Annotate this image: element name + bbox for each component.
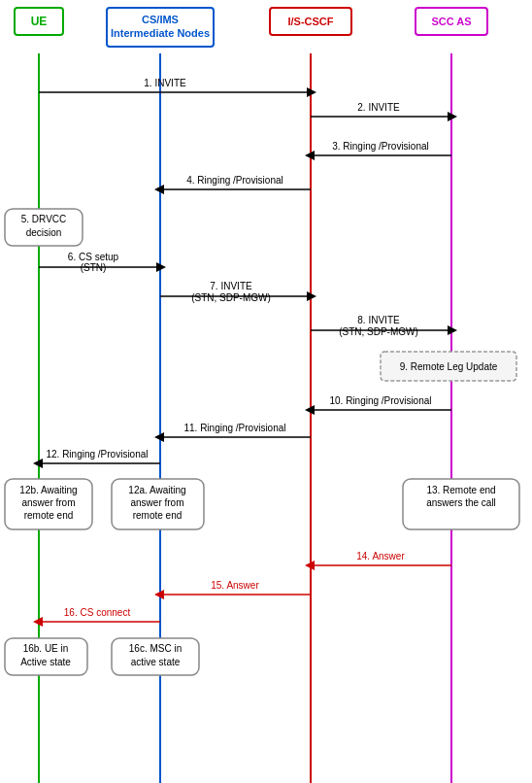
svg-text:9. Remote Leg Update: 9. Remote Leg Update [400, 361, 498, 372]
svg-rect-59 [403, 479, 519, 529]
svg-rect-71 [5, 638, 87, 675]
svg-text:answer from: answer from [21, 497, 75, 508]
svg-marker-20 [305, 151, 315, 160]
svg-marker-63 [305, 561, 315, 570]
svg-rect-6 [107, 8, 214, 47]
svg-marker-69 [33, 617, 43, 627]
svg-text:16c. MSC in: 16c. MSC in [129, 643, 182, 654]
svg-text:16b. UE in: 16b. UE in [23, 643, 69, 654]
svg-text:(STN, SDP-MGW): (STN, SDP-MGW) [339, 326, 418, 337]
svg-text:8. INVITE: 8. INVITE [357, 315, 400, 325]
svg-text:Active state: Active state [20, 657, 71, 667]
svg-rect-25 [5, 209, 83, 246]
svg-text:SCC AS: SCC AS [431, 16, 471, 27]
svg-text:remote end: remote end [133, 510, 183, 521]
svg-text:12. Ringing /Provisional: 12. Ringing /Provisional [46, 449, 148, 460]
svg-text:decision: decision [26, 227, 62, 238]
svg-text:(STN, SDP-MGW): (STN, SDP-MGW) [191, 292, 271, 303]
svg-text:I/S-CSCF: I/S-CSCF [287, 16, 333, 27]
svg-text:5. DRVCC: 5. DRVCC [21, 214, 67, 224]
svg-rect-55 [112, 479, 204, 529]
svg-text:Intermediate Nodes: Intermediate Nodes [111, 27, 210, 39]
svg-rect-74 [112, 638, 199, 675]
svg-marker-33 [307, 291, 316, 301]
svg-text:2. INVITE: 2. INVITE [357, 102, 400, 113]
svg-marker-49 [33, 459, 43, 468]
svg-text:CS/IMS: CS/IMS [142, 14, 179, 25]
svg-rect-40 [381, 352, 516, 381]
svg-rect-51 [5, 479, 92, 529]
svg-marker-14 [307, 87, 316, 97]
svg-marker-46 [154, 432, 164, 442]
svg-text:answer from: answer from [130, 497, 183, 508]
svg-marker-23 [154, 185, 164, 194]
svg-text:14. Answer: 14. Answer [356, 551, 405, 562]
svg-rect-9 [270, 8, 351, 35]
svg-marker-66 [154, 590, 164, 599]
svg-marker-17 [448, 112, 457, 121]
svg-text:12b. Awaiting: 12b. Awaiting [19, 485, 77, 495]
sequence-diagram: UE CS/IMS Intermediate Nodes I/S-CSCF SC… [0, 0, 532, 783]
svg-text:15. Answer: 15. Answer [211, 580, 259, 591]
svg-text:10. Ringing /Provisional: 10. Ringing /Provisional [329, 395, 431, 406]
svg-marker-29 [156, 262, 166, 272]
svg-text:answers the call: answers the call [426, 497, 496, 508]
svg-rect-4 [15, 8, 63, 35]
svg-text:remote end: remote end [24, 510, 74, 521]
svg-text:11. Ringing /Provisional: 11. Ringing /Provisional [183, 423, 285, 433]
svg-text:13. Remote end: 13. Remote end [426, 485, 495, 495]
svg-marker-43 [305, 405, 315, 415]
svg-text:active state: active state [131, 657, 181, 667]
svg-rect-11 [416, 8, 487, 35]
svg-text:16. CS connect: 16. CS connect [64, 607, 131, 618]
svg-text:6. CS setup: 6. CS setup [68, 252, 119, 262]
svg-marker-37 [448, 325, 457, 335]
svg-text:4. Ringing /Provisional: 4. Ringing /Provisional [186, 175, 283, 186]
svg-text:UE: UE [31, 15, 48, 28]
svg-text:3. Ringing /Provisional: 3. Ringing /Provisional [332, 141, 429, 152]
svg-text:1. INVITE: 1. INVITE [144, 78, 186, 88]
svg-text:(STN): (STN) [81, 262, 107, 273]
svg-text:7. INVITE: 7. INVITE [210, 281, 252, 291]
svg-text:12a. Awaiting: 12a. Awaiting [128, 485, 185, 495]
